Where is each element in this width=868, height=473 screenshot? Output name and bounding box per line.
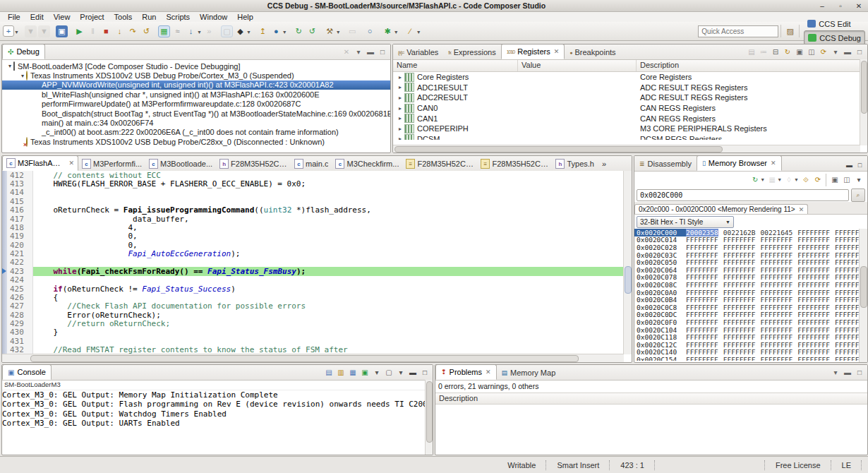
- memory-row[interactable]: 0x0020C0DCFFFFFFFFFFFFFFFFFFFFFFFFFFFFFF…: [634, 311, 860, 319]
- tab-disassembly[interactable]: ≣Disassembly: [634, 157, 697, 171]
- connect-target-icon[interactable]: ≈: [171, 25, 183, 37]
- minimize-icon[interactable]: ▬: [407, 367, 418, 378]
- next-console-icon[interactable]: ▤: [323, 367, 334, 378]
- code-line[interactable]: 421 Fapi_AutoEccGeneration);: [2, 249, 624, 258]
- minimize-icon[interactable]: ▬: [365, 47, 376, 57]
- code-line[interactable]: 422: [2, 258, 624, 267]
- memory-row[interactable]: 0x0020C03CFFFFFFFFFFFFFFFFFFFFFFFFFFFFFF…: [634, 251, 860, 259]
- code-line[interactable]: 417 data_buffer,: [2, 215, 624, 223]
- new-file-icon[interactable]: +: [3, 25, 14, 37]
- memory-row[interactable]: 0x0020C140FFFFFFFFFFFFFFFFFFFFFFFFFFFFFF…: [634, 349, 860, 357]
- split-pane-icon[interactable]: ◫: [841, 174, 852, 185]
- code-line[interactable]: 428 Error(oReturnCheck);: [2, 311, 624, 319]
- console-vscrollbar[interactable]: [425, 380, 433, 455]
- column-header-value[interactable]: Value: [518, 60, 637, 71]
- close-tab-icon[interactable]: ✕: [771, 160, 776, 167]
- maximize-window-icon[interactable]: ▫: [831, 2, 850, 10]
- register-row[interactable]: ▸DCSMDCSM REGS Registers: [393, 134, 867, 140]
- new-tab-icon[interactable]: ▣: [829, 174, 840, 185]
- expander-icon[interactable]: ▾: [19, 73, 26, 79]
- chevron-down-icon[interactable]: ▼: [197, 30, 202, 35]
- code-line[interactable]: 419 0,: [2, 232, 624, 241]
- editor-tab-m3bootloade[interactable]: cM3Bootloade...: [145, 157, 216, 171]
- memory-row[interactable]: 0x0020C0F0FFFFFFFFFFFFFFFFFFFFFFFFFFFFFF…: [634, 318, 860, 326]
- code-line[interactable]: 416 oReturnCheck = Fapi_issueProgramming…: [2, 206, 624, 215]
- menu-project[interactable]: Project: [75, 13, 109, 21]
- editor-tab-m3performfi[interactable]: cM3Performfi...: [78, 157, 145, 171]
- expander-icon[interactable]: ▸: [397, 136, 404, 140]
- debug-tree-row[interactable]: ×Texas Instruments XDS100v2 USB Debug Pr…: [2, 137, 390, 146]
- chevron-down-icon[interactable]: ▼: [416, 30, 421, 35]
- debug-tree-row[interactable]: ▾Texas Instruments XDS100v2 USB Debug Pr…: [2, 71, 390, 80]
- load-program-icon[interactable]: ↓: [185, 25, 197, 37]
- tab-breakpoints[interactable]: ●Breakpoints: [565, 45, 620, 59]
- close-tab-icon[interactable]: ✕: [68, 160, 74, 167]
- tab-overflow-chevron[interactable]: »: [602, 160, 606, 168]
- open-perspective-icon[interactable]: ▨: [784, 25, 796, 37]
- debug-tree-row[interactable]: main() at main.c:34 0x00206F74: [2, 118, 390, 127]
- link-gold-icon[interactable]: ⟐: [800, 174, 812, 185]
- memory-row[interactable]: 0x0020C0B4FFFFFFFFFFFFFFFFFFFFFFFFFFFFFF…: [634, 296, 860, 304]
- pin-icon[interactable]: ∕: [404, 25, 416, 37]
- console-view-tab[interactable]: ▣ Console: [2, 364, 52, 380]
- memory-go-button[interactable]: ⌕: [851, 188, 865, 202]
- close-window-icon[interactable]: ✕: [850, 2, 868, 10]
- toolbar-menu-icon[interactable]: ▾: [853, 174, 864, 185]
- registers-vscrollbar[interactable]: [860, 59, 867, 145]
- code-line[interactable]: 414: [2, 188, 624, 197]
- menu-edit[interactable]: Edit: [25, 13, 49, 21]
- target-config-icon[interactable]: ▣: [56, 25, 68, 37]
- code-line[interactable]: 429 //return oReturnCheck;: [2, 319, 624, 328]
- console-dd1-icon[interactable]: ▾: [371, 367, 382, 378]
- display-selected-icon[interactable]: ▥: [335, 367, 346, 378]
- memory-row[interactable]: 0x0020C064FFFFFFFFFFFFFFFFFFFFFFFFFFFFFF…: [634, 266, 860, 274]
- maximize-icon[interactable]: □: [419, 367, 430, 378]
- tab-registers[interactable]: 1010Registers✕: [501, 44, 565, 59]
- open-console-icon[interactable]: ▦: [347, 367, 358, 378]
- memory-row[interactable]: 0x0020C050FFFFFFFFFFFFFFFFFFFFFFFFFFFFFF…: [634, 258, 860, 266]
- pin-console-icon[interactable]: ▣: [359, 367, 370, 378]
- code-line[interactable]: 424: [2, 276, 624, 285]
- console-dd2-icon[interactable]: ▾: [395, 367, 406, 378]
- memory-row[interactable]: 0x0020C118FFFFFFFFFFFFFFFFFFFFFFFFFFFFFF…: [634, 333, 860, 341]
- memory-row[interactable]: 0x0020C000200023580022162B00221645FFFFFF…: [634, 229, 860, 236]
- console-new-icon[interactable]: ▢: [383, 367, 394, 378]
- pin-view-icon[interactable]: ◫: [806, 47, 817, 57]
- close-tab-icon[interactable]: ✕: [554, 48, 560, 55]
- code-line[interactable]: 420 0,: [2, 241, 624, 249]
- expander-icon[interactable]: ▸: [397, 115, 404, 121]
- perspective-ccs-edit[interactable]: CCS Edit: [804, 17, 865, 30]
- memory-row[interactable]: 0x0020C078FFFFFFFFFFFFFFFFFFFFFFFFFFFFFF…: [634, 274, 860, 282]
- code-line[interactable]: 418 4,: [2, 223, 624, 232]
- refresh-target-icon[interactable]: ●: [270, 25, 282, 37]
- maximize-icon[interactable]: □: [854, 367, 865, 378]
- memory-row[interactable]: 0x0020C014FFFFFFFFFFFFFFFFFFFFFFFFFFFFFF…: [634, 236, 860, 244]
- perspective-ccs-debug[interactable]: CCS Debug: [804, 30, 865, 45]
- search-icon[interactable]: ○: [364, 25, 376, 37]
- register-row[interactable]: ▸CAN0CAN REGS Registers: [393, 103, 867, 114]
- memory-vscrollbar[interactable]: [859, 229, 867, 362]
- chevron-down-icon[interactable]: ▼: [777, 177, 782, 182]
- code-line[interactable]: 412 // contents without ECC: [2, 171, 624, 179]
- chevron-down-icon[interactable]: ▼: [394, 30, 399, 35]
- step-clock-icon[interactable]: ↻: [293, 25, 305, 37]
- code-line[interactable]: 425 if(oReturnCheck != Fapi_Status_Succe…: [2, 285, 624, 293]
- expander-icon[interactable]: ▾: [6, 63, 13, 69]
- console-output[interactable]: Cortex_M3_0: GEL Output: Memory Map Init…: [2, 390, 433, 429]
- chevron-down-icon[interactable]: ▼: [794, 177, 799, 182]
- menu-window[interactable]: Window: [195, 13, 232, 21]
- code-line[interactable]: 423 while(Fapi_checkFsmForReady() == Fap…: [2, 267, 624, 275]
- column-header-description[interactable]: Description: [637, 60, 862, 71]
- menu-file[interactable]: File: [3, 13, 25, 21]
- editor-vscrollbar[interactable]: [623, 171, 632, 354]
- register-row[interactable]: ▸Core RegistersCore Registers: [393, 72, 867, 83]
- maximize-icon[interactable]: □: [854, 47, 865, 57]
- memory-row[interactable]: 0x0020C104FFFFFFFFFFFFFFFFFFFFFFFFFFFFFF…: [634, 326, 860, 334]
- editor-tab-typesh[interactable]: hTypes.h: [552, 157, 598, 171]
- tab-memory-map[interactable]: ▤Memory Map: [497, 366, 561, 380]
- expander-icon[interactable]: ▸: [397, 74, 404, 80]
- menu-help[interactable]: Help: [232, 13, 258, 21]
- memory-format-select[interactable]: 32-Bit Hex - TI Style ▼: [637, 216, 734, 228]
- collapse-all-icon[interactable]: ⊟: [770, 47, 781, 57]
- maximize-icon[interactable]: □: [855, 162, 865, 169]
